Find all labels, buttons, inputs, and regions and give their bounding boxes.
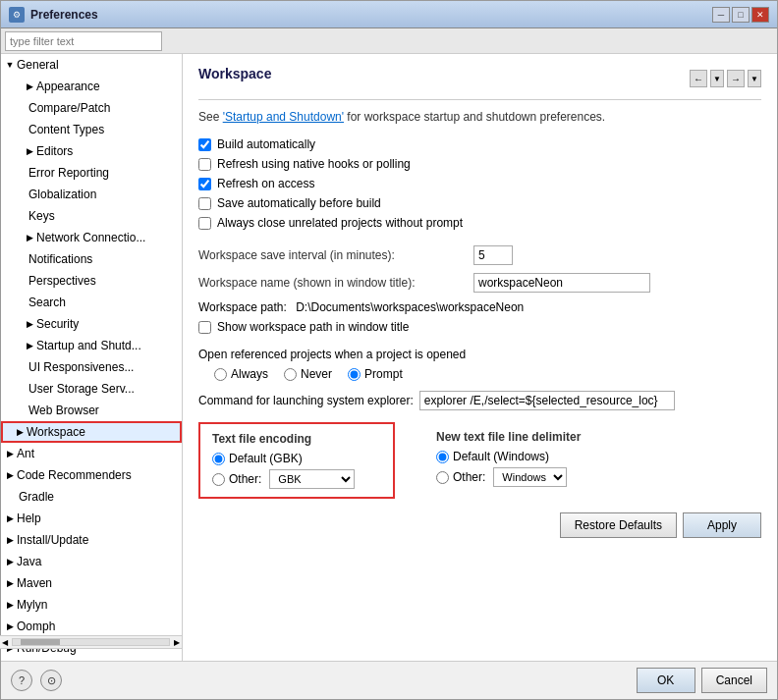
cmd-input[interactable]: [419, 391, 675, 410]
sidebar-item-error-reporting[interactable]: Error Reporting: [1, 162, 182, 184]
startup-shutdown-link[interactable]: 'Startup and Shutdown': [223, 110, 344, 124]
close-button[interactable]: ✕: [751, 7, 769, 23]
filter-input[interactable]: [5, 31, 162, 51]
open-referenced-options: Always Never Prompt: [214, 367, 761, 381]
sidebar-item-workspace[interactable]: ▶ Workspace: [1, 421, 182, 443]
minimize-button[interactable]: ─: [712, 7, 730, 23]
sidebar-item-compare-patch[interactable]: Compare/Patch: [1, 97, 182, 119]
scrollbar-left-btn[interactable]: ◀: [0, 638, 10, 647]
delimiter-default-radio[interactable]: [436, 451, 449, 463]
info-button[interactable]: ⊙: [40, 670, 62, 691]
nav-toolbar: ← ▼ → ▼: [690, 70, 761, 87]
radio-prompt-label: Prompt: [364, 367, 403, 381]
save-interval-input[interactable]: [473, 245, 513, 265]
expand-arrow-workspace: ▶: [15, 427, 25, 437]
sidebar-item-editors[interactable]: ▶ Editors: [1, 140, 182, 162]
content-panel: Workspace ← ▼ → ▼ See 'Startup and Shutd…: [183, 54, 777, 661]
sidebar-label-web-browser: Web Browser: [28, 402, 99, 419]
expand-arrow-security: ▶: [25, 319, 34, 329]
ok-button[interactable]: OK: [637, 668, 695, 693]
expand-arrow-network: ▶: [25, 233, 34, 242]
scrollbar-right-btn[interactable]: ▶: [172, 638, 182, 647]
sidebar-item-security[interactable]: ▶ Security: [1, 313, 182, 335]
radio-never-label: Never: [301, 367, 332, 381]
line-delimiter-title: New text file line delimiter: [436, 430, 589, 444]
checkbox-close-unrelated-input[interactable]: [198, 217, 211, 230]
checkbox-refresh-native: Refresh using native hooks or polling: [198, 157, 761, 171]
sidebar-item-general[interactable]: ▼ General: [1, 54, 182, 76]
checkbox-show-path-input[interactable]: [198, 321, 211, 334]
apply-button[interactable]: Apply: [683, 512, 761, 538]
radio-never-input[interactable]: [284, 368, 297, 381]
checkbox-save-before-build-input[interactable]: [198, 197, 211, 210]
sidebar-item-web-browser[interactable]: Web Browser: [1, 400, 182, 421]
radio-always-label: Always: [231, 367, 268, 381]
sidebar-item-ant[interactable]: ▶ Ant: [1, 443, 182, 464]
filter-toolbar: [1, 28, 777, 54]
maximize-button[interactable]: □: [732, 7, 750, 23]
sidebar-item-search[interactable]: Search: [1, 292, 182, 313]
sidebar-item-ui-responsiveness[interactable]: UI Responsivenes...: [1, 356, 182, 378]
sidebar-label-editors: Editors: [36, 142, 73, 160]
encoding-default-label: Default (GBK): [229, 452, 303, 465]
checkbox-build-auto-input[interactable]: [198, 138, 211, 151]
sidebar-label-maven: Maven: [17, 574, 52, 592]
sidebar-label-general: General: [17, 56, 59, 74]
sidebar-item-mylyn[interactable]: ▶ Mylyn: [1, 594, 182, 616]
sidebar-item-code-recommenders[interactable]: ▶ Code Recommenders: [1, 464, 182, 486]
sidebar-item-notifications[interactable]: Notifications: [1, 248, 182, 270]
sidebar-item-perspectives[interactable]: Perspectives: [1, 270, 182, 292]
checkbox-save-before-build: Save automatically before build: [198, 196, 761, 210]
checkbox-close-unrelated: Always close unrelated projects without …: [198, 216, 761, 230]
sidebar-item-java[interactable]: ▶ Java: [1, 551, 182, 572]
nav-forward-dropdown[interactable]: ▼: [748, 70, 761, 87]
bottom-right: OK Cancel: [637, 668, 767, 693]
restore-defaults-button[interactable]: Restore Defaults: [560, 512, 677, 538]
delimiter-other-radio[interactable]: [436, 471, 449, 484]
sidebar-label-content-types: Content Types: [28, 121, 104, 138]
radio-prompt-input[interactable]: [348, 368, 361, 381]
sidebar-item-appearance[interactable]: ▶ Appearance: [1, 76, 182, 97]
sidebar-item-startup-shutdown[interactable]: ▶ Startup and Shutd...: [1, 335, 182, 356]
sidebar-label-user-storage: User Storage Serv...: [28, 380, 135, 398]
help-button[interactable]: ?: [11, 670, 32, 691]
sidebar-item-globalization[interactable]: Globalization: [1, 184, 182, 205]
title-bar: ⚙ Preferences ─ □ ✕: [1, 1, 777, 28]
sidebar-item-oomph[interactable]: ▶ Oomph: [1, 616, 182, 637]
sidebar-item-help[interactable]: ▶ Help: [1, 508, 182, 529]
expand-arrow-general: ▼: [5, 60, 15, 70]
sidebar-label-oomph: Oomph: [17, 618, 55, 635]
window-title: Preferences: [30, 8, 712, 22]
cancel-button[interactable]: Cancel: [701, 668, 767, 693]
sidebar-label-perspectives: Perspectives: [28, 272, 96, 290]
checkbox-refresh-access-input[interactable]: [198, 178, 211, 190]
sidebar-item-user-storage[interactable]: User Storage Serv...: [1, 378, 182, 400]
encoding-other-select[interactable]: GBK UTF-8 ISO-8859-1: [269, 469, 355, 489]
encoding-section: Text file encoding Default (GBK) Other: …: [198, 422, 761, 499]
nav-back-dropdown[interactable]: ▼: [710, 70, 724, 87]
nav-back-button[interactable]: ←: [690, 70, 707, 87]
delimiter-other-select[interactable]: Windows Unix Mac: [493, 467, 567, 487]
sidebar-item-content-types[interactable]: Content Types: [1, 119, 182, 140]
sidebar-item-keys[interactable]: Keys: [1, 205, 182, 227]
sidebar-label-compare-patch: Compare/Patch: [28, 99, 110, 117]
open-referenced-label: Open referenced projects when a project …: [198, 348, 466, 361]
radio-always-input[interactable]: [214, 368, 227, 381]
sidebar-label-java: Java: [17, 553, 41, 570]
sidebar-scrollbar[interactable]: ◀ ▶: [0, 635, 182, 649]
save-interval-row: Workspace save interval (in minutes):: [198, 245, 761, 265]
radio-prompt: Prompt: [348, 367, 403, 381]
sidebar-item-gradle[interactable]: Gradle: [1, 486, 182, 508]
encoding-default-radio[interactable]: [212, 453, 225, 465]
nav-forward-button[interactable]: →: [727, 70, 745, 87]
sidebar-item-install-update[interactable]: ▶ Install/Update: [1, 529, 182, 551]
encoding-other-radio[interactable]: [212, 473, 225, 486]
sidebar-item-network-connections[interactable]: ▶ Network Connectio...: [1, 227, 182, 248]
expand-arrow-oomph: ▶: [5, 621, 15, 631]
delimiter-default-label: Default (Windows): [453, 450, 549, 463]
checkbox-refresh-native-input[interactable]: [198, 158, 211, 171]
encoding-default-row: Default (GBK): [212, 452, 381, 465]
scrollbar-track: [12, 638, 170, 646]
sidebar-item-maven[interactable]: ▶ Maven: [1, 572, 182, 594]
workspace-name-input[interactable]: [473, 273, 650, 293]
